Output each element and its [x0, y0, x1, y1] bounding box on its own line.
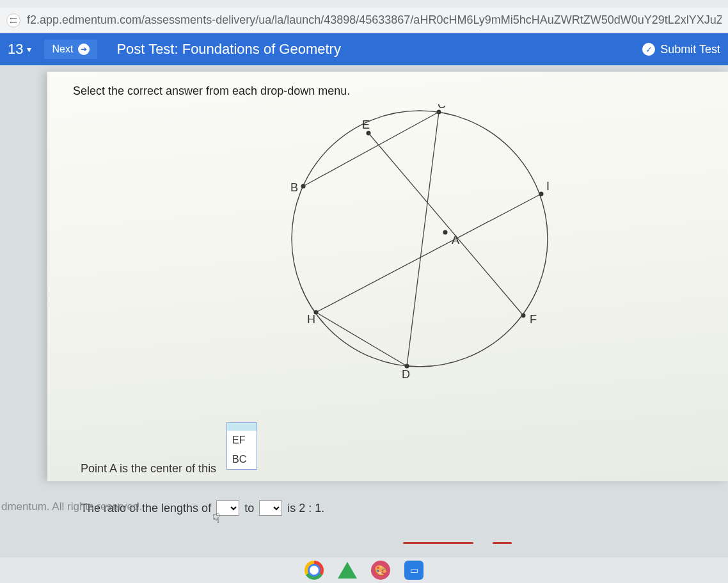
next-label: Next — [52, 44, 73, 55]
dropdown-1[interactable] — [216, 500, 239, 516]
next-button[interactable]: Next ➔ — [44, 40, 97, 59]
red-underline-icon — [403, 542, 473, 544]
drive-icon[interactable] — [338, 562, 357, 579]
label-E: E — [362, 118, 370, 131]
sentence-2-suffix: is 2 : 1. — [287, 502, 324, 515]
label-B: B — [290, 181, 298, 194]
document-icon[interactable]: ▭ — [404, 561, 423, 580]
url-text[interactable]: f2.app.edmentum.com/assessments-delivery… — [27, 13, 722, 27]
dropdown-1-options[interactable]: EF BC — [226, 422, 257, 470]
instruction-text: Select the correct answer from each drop… — [73, 84, 702, 98]
svg-point-0 — [10, 17, 12, 19]
dropdown-option-bc[interactable]: BC — [227, 450, 257, 469]
assessment-header: 13 ▾ Next ➔ Post Test: Foundations of Ge… — [0, 33, 728, 65]
svg-line-17 — [316, 312, 407, 366]
test-title: Post Test: Foundations of Geometry — [116, 41, 642, 58]
label-I: I — [546, 180, 550, 193]
label-F: F — [530, 313, 537, 326]
geometry-diagram: A C E B I H D F — [164, 104, 612, 379]
address-bar: f2.app.edmentum.com/assessments-delivery… — [0, 8, 728, 33]
label-C: C — [438, 104, 446, 111]
sentence-1: Point A is the center of this — [81, 462, 216, 475]
question-number-dropdown[interactable]: 13 ▾ — [8, 41, 31, 58]
svg-line-15 — [368, 133, 523, 315]
taskbar: 🎨 ▭ — [0, 557, 728, 583]
svg-line-14 — [407, 112, 439, 366]
question-paper: Select the correct answer from each drop… — [47, 72, 728, 481]
content-area: Select the correct answer from each drop… — [0, 65, 728, 552]
submit-test-button[interactable]: ✓ Submit Test — [642, 43, 720, 56]
browser-tab-strip — [0, 0, 728, 8]
svg-rect-1 — [12, 18, 17, 19]
palette-icon[interactable]: 🎨 — [371, 561, 390, 580]
dropdown-option-ef[interactable]: EF — [227, 431, 257, 450]
copyright-text: dmentum. All rights reserved. — [0, 500, 142, 513]
chrome-icon[interactable] — [305, 561, 324, 580]
svg-point-5 — [443, 230, 448, 235]
dropdown-2[interactable] — [259, 500, 282, 516]
red-underline-icon — [493, 542, 512, 544]
label-D: D — [402, 368, 410, 379]
label-H: H — [307, 313, 315, 326]
arrow-right-icon: ➔ — [78, 44, 90, 55]
sentence-1-text: Point A is the center of this — [81, 462, 216, 475]
svg-point-4 — [292, 111, 548, 367]
dropdown-option-blank[interactable] — [227, 423, 257, 431]
question-number: 13 — [8, 41, 23, 58]
submit-label: Submit Test — [660, 43, 720, 56]
svg-point-2 — [10, 21, 12, 23]
svg-line-16 — [316, 194, 541, 312]
site-settings-icon[interactable] — [6, 13, 20, 28]
chevron-down-icon: ▾ — [27, 44, 31, 54]
sentence-2-mid: to — [244, 502, 254, 515]
svg-line-13 — [303, 112, 439, 186]
svg-rect-3 — [12, 22, 17, 22]
check-circle-icon: ✓ — [642, 43, 655, 56]
